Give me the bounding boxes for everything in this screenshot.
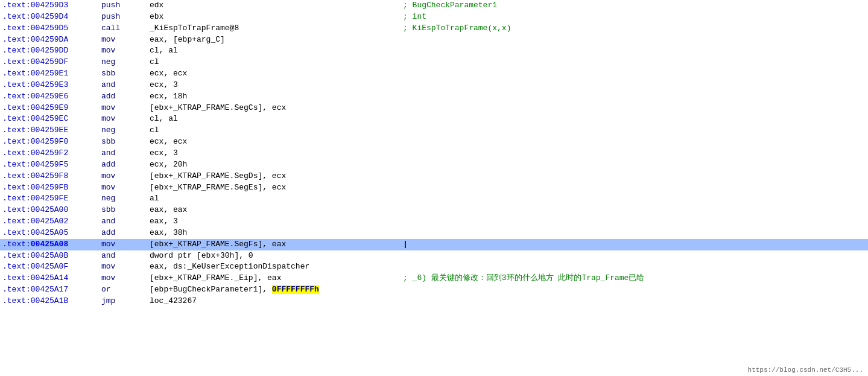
table-row[interactable]: .text:004259E1sbbecx, ecx bbox=[0, 68, 868, 80]
col-instruction: mov bbox=[97, 113, 145, 125]
col-instruction: jmp bbox=[97, 296, 145, 307]
table-row[interactable]: .text:004259E9mov[ebx+_KTRAP_FRAME.SegCs… bbox=[0, 103, 868, 114]
col-comment bbox=[398, 193, 868, 205]
table-row[interactable]: .text:004259F8mov[ebx+_KTRAP_FRAME.SegDs… bbox=[0, 171, 868, 182]
col-operands: _KiEspToTrapFrame@8 bbox=[145, 23, 398, 34]
table-row[interactable]: .text:004259F2andecx, 3 bbox=[0, 148, 868, 159]
col-operands: [ebx+_KTRAP_FRAME.SegFs], eax bbox=[145, 239, 398, 250]
col-address: .text:00425A1B bbox=[0, 296, 97, 307]
table-row[interactable]: .text:00425A0Banddword ptr [ebx+30h], 0 bbox=[0, 250, 868, 262]
col-operands: edx bbox=[145, 0, 398, 11]
col-instruction: add bbox=[97, 228, 145, 239]
col-instruction: call bbox=[97, 23, 145, 34]
table-row[interactable]: .text:00425A14mov[ebx+_KTRAP_FRAME._Eip]… bbox=[0, 273, 868, 284]
table-row[interactable]: .text:00425A08mov[ebx+_KTRAP_FRAME.SegFs… bbox=[0, 239, 868, 250]
col-comment bbox=[398, 261, 868, 273]
col-address: .text:00425A14 bbox=[0, 273, 97, 284]
col-address: .text:004259F0 bbox=[0, 136, 97, 148]
table-row[interactable]: .text:004259DAmoveax, [ebp+arg_C] bbox=[0, 34, 868, 46]
table-row[interactable]: .text:00425A17or[ebp+BugCheckParameter1]… bbox=[0, 284, 868, 296]
col-address: .text:004259D3 bbox=[0, 0, 97, 11]
col-operands: [ebx+_KTRAP_FRAME.SegEs], ecx bbox=[145, 182, 398, 194]
table-row[interactable]: .text:00425A00sbbeax, eax bbox=[0, 205, 868, 216]
table-row[interactable]: .text:004259F5addecx, 20h bbox=[0, 159, 868, 171]
table-row[interactable]: .text:00425A0Fmoveax, ds:_KeUserExceptio… bbox=[0, 261, 868, 273]
table-row[interactable]: .text:00425A02andeax, 3 bbox=[0, 216, 868, 228]
table-row[interactable]: .text:00425A1Bjmploc_423267 bbox=[0, 296, 868, 307]
col-operands: ecx, 3 bbox=[145, 80, 398, 91]
table-row[interactable]: .text:004259FBmov[ebx+_KTRAP_FRAME.SegEs… bbox=[0, 182, 868, 194]
col-instruction: mov bbox=[97, 239, 145, 250]
table-row[interactable]: .text:004259D3pushedx; BugCheckParameter… bbox=[0, 0, 868, 11]
col-operands: [ebp+BugCheckParameter1], 0FFFFFFFFh bbox=[145, 284, 398, 296]
col-instruction: mov bbox=[97, 273, 145, 284]
col-address: .text:004259FE bbox=[0, 193, 97, 205]
col-operands: cl bbox=[145, 57, 398, 68]
col-instruction: and bbox=[97, 148, 145, 159]
col-comment bbox=[398, 228, 868, 239]
col-comment: | bbox=[398, 239, 868, 250]
col-address: .text:004259D4 bbox=[0, 11, 97, 23]
col-address: .text:00425A17 bbox=[0, 284, 97, 296]
col-operands: cl bbox=[145, 125, 398, 136]
col-comment: ; _6) 最关键的修改：回到3环的什么地方 此时的Trap_Frame已给 bbox=[398, 273, 868, 284]
col-instruction: sbb bbox=[97, 68, 145, 80]
col-comment bbox=[398, 171, 868, 182]
col-comment: ; int bbox=[398, 11, 868, 23]
table-row[interactable]: .text:004259D5call_KiEspToTrapFrame@8; K… bbox=[0, 23, 868, 34]
col-address: .text:004259E3 bbox=[0, 80, 97, 91]
col-comment bbox=[398, 91, 868, 103]
col-operands: eax, 3 bbox=[145, 216, 398, 228]
col-comment bbox=[398, 148, 868, 159]
col-address: .text:004259DF bbox=[0, 57, 97, 68]
table-row[interactable]: .text:004259D4pushebx; int bbox=[0, 11, 868, 23]
col-comment bbox=[398, 296, 868, 307]
col-comment bbox=[398, 34, 868, 46]
col-instruction: mov bbox=[97, 182, 145, 194]
col-operands: ecx, ecx bbox=[145, 68, 398, 80]
col-comment bbox=[398, 205, 868, 216]
table-row[interactable]: .text:004259FEnegal bbox=[0, 193, 868, 205]
col-address: .text:004259EE bbox=[0, 125, 97, 136]
col-comment bbox=[398, 216, 868, 228]
col-address: .text:004259DD bbox=[0, 45, 97, 57]
col-instruction: push bbox=[97, 0, 145, 11]
col-address: .text:004259E1 bbox=[0, 68, 97, 80]
col-instruction: sbb bbox=[97, 205, 145, 216]
col-comment: ; BugCheckParameter1 bbox=[398, 0, 868, 11]
col-address: .text:00425A00 bbox=[0, 205, 97, 216]
col-comment bbox=[398, 136, 868, 148]
col-comment bbox=[398, 113, 868, 125]
col-address: .text:00425A05 bbox=[0, 228, 97, 239]
table-row[interactable]: .text:004259E6addecx, 18h bbox=[0, 91, 868, 103]
col-operands: [ebx+_KTRAP_FRAME.SegCs], ecx bbox=[145, 103, 398, 114]
table-row[interactable]: .text:004259DFnegcl bbox=[0, 57, 868, 68]
col-instruction: sbb bbox=[97, 136, 145, 148]
col-instruction: mov bbox=[97, 34, 145, 46]
col-operands: eax, 38h bbox=[145, 228, 398, 239]
col-operands: ecx, 18h bbox=[145, 91, 398, 103]
col-address: .text:004259FB bbox=[0, 182, 97, 194]
col-comment bbox=[398, 45, 868, 57]
col-operands: [ebx+_KTRAP_FRAME._Eip], eax bbox=[145, 273, 398, 284]
col-operands: ecx, 20h bbox=[145, 159, 398, 171]
col-instruction: or bbox=[97, 284, 145, 296]
col-instruction: add bbox=[97, 91, 145, 103]
table-row[interactable]: .text:004259EEnegcl bbox=[0, 125, 868, 136]
col-comment bbox=[398, 68, 868, 80]
url-bar: https://blog.csdn.net/C3H5... bbox=[748, 366, 863, 374]
table-row[interactable]: .text:004259E3andecx, 3 bbox=[0, 80, 868, 91]
col-operands: ecx, 3 bbox=[145, 148, 398, 159]
col-operands: cl, al bbox=[145, 45, 398, 57]
col-operands: ecx, ecx bbox=[145, 136, 398, 148]
col-address: .text:004259E9 bbox=[0, 103, 97, 114]
table-row[interactable]: .text:00425A05addeax, 38h bbox=[0, 228, 868, 239]
table-row[interactable]: .text:004259ECmovcl, al bbox=[0, 113, 868, 125]
col-instruction: and bbox=[97, 250, 145, 262]
col-comment bbox=[398, 159, 868, 171]
table-row[interactable]: .text:004259F0sbbecx, ecx bbox=[0, 136, 868, 148]
col-address: .text:004259E6 bbox=[0, 91, 97, 103]
table-row[interactable]: .text:004259DDmovcl, al bbox=[0, 45, 868, 57]
col-instruction: mov bbox=[97, 103, 145, 114]
col-instruction: and bbox=[97, 80, 145, 91]
